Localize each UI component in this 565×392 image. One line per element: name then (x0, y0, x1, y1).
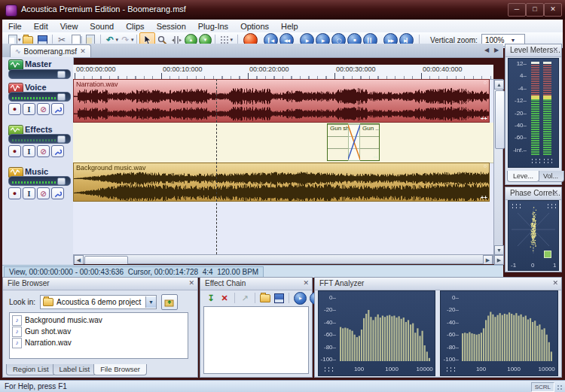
tab-close-icon[interactable]: ✕ (80, 47, 86, 55)
add-effect-button[interactable]: ↧ (205, 292, 217, 304)
clip-menu-icon[interactable]: ○ (484, 80, 487, 85)
music-record-arm-button[interactable]: ● (8, 187, 21, 199)
effects-properties-button[interactable] (51, 145, 64, 157)
drag-handle-icon[interactable] (511, 203, 521, 209)
meter-peak-indicator (543, 62, 551, 64)
save-chain-button[interactable] (273, 292, 285, 304)
browser-tab-file-browser[interactable]: File Browser (93, 364, 147, 375)
browser-tab-region-list[interactable]: Region List (6, 364, 56, 375)
clip-resize-handle[interactable]: ++ (481, 115, 487, 122)
menu-options[interactable]: Options (234, 22, 275, 31)
file-list-item[interactable]: ♪Gun shot.wav (10, 326, 188, 337)
close-icon[interactable]: ✕ (552, 46, 558, 53)
menu-plugins[interactable]: Plug-Ins (192, 22, 234, 31)
resize-grip[interactable] (557, 384, 563, 391)
fft-freq-label: 1000 (507, 366, 521, 372)
effect-chain-list[interactable] (203, 306, 309, 374)
clip-label: Narration.wav (76, 81, 118, 88)
menu-view[interactable]: View (54, 22, 84, 31)
file-list-item[interactable]: ♪Narration.wav (10, 337, 188, 348)
vertical-scroll-thumb[interactable] (495, 90, 505, 149)
view-cursor-status: View, 00:00:00:000 - 00:00:43:636 Cursor… (4, 266, 264, 278)
phase-axis-label: 1 (553, 262, 556, 269)
clip-menu-icon[interactable]: ○ (484, 163, 487, 169)
phase-axis-label: -1 (511, 262, 516, 269)
voice-record-arm-button[interactable]: ● (8, 103, 21, 115)
clip-resize-handle[interactable]: ++ (481, 194, 487, 201)
horizontal-scrollbar[interactable]: ◀ ▶ (73, 254, 493, 264)
effects-volume-slider[interactable] (8, 134, 71, 144)
new-dropdown-arrow[interactable]: ▾ (18, 37, 21, 43)
drag-handle-icon[interactable] (546, 203, 556, 209)
effects-input-monitor-button[interactable]: I (23, 145, 35, 157)
preview-play-button[interactable]: ▶ (294, 292, 307, 305)
close-icon[interactable]: ✕ (552, 189, 558, 196)
grid-dropdown-arrow[interactable]: ▾ (231, 37, 234, 43)
browser-tab-label-list[interactable]: Label List (53, 364, 97, 375)
file-list[interactable]: ♪Background music.wav♪Gun shot.wav♪Narra… (9, 312, 188, 359)
close-icon[interactable]: ✕ (188, 279, 194, 287)
look-in-label: Look in: (9, 298, 35, 306)
clip-narration[interactable]: Narration.wav ○ ++ (73, 79, 490, 123)
menu-file[interactable]: File (2, 22, 28, 31)
scroll-corner-button[interactable]: ▶ (494, 255, 504, 265)
clip-resize-handle[interactable]: •• (373, 153, 377, 160)
voice-volume-slider[interactable] (8, 92, 71, 102)
menu-clips[interactable]: Clips (120, 22, 150, 31)
playback-cursor[interactable] (216, 79, 217, 254)
scroll-left-button[interactable]: ◀ (74, 255, 84, 264)
effects-track-lane[interactable] (73, 123, 493, 163)
menu-sound[interactable]: Sound (84, 22, 120, 31)
voice-mute-button[interactable]: ⊘ (37, 103, 50, 115)
horizontal-scroll-thumb[interactable] (84, 256, 128, 264)
menu-session[interactable]: Session (151, 22, 192, 31)
close-icon[interactable]: ✕ (303, 279, 309, 287)
maximize-button[interactable]: □ (526, 3, 544, 17)
fft-db-label: -40– (442, 319, 459, 326)
meter-tab-volume[interactable]: Vol... (537, 171, 564, 182)
fft-db-label: -100– (442, 356, 459, 363)
effects-record-arm-button[interactable]: ● (8, 145, 21, 157)
master-volume-slider[interactable] (8, 69, 71, 79)
scroll-up-button[interactable]: ▲ (494, 80, 504, 90)
vertical-scrollbar[interactable]: ▲ ▼ ▶ (493, 79, 503, 264)
menu-help[interactable]: Help (275, 22, 304, 31)
up-one-level-button[interactable] (161, 294, 178, 310)
close-button[interactable]: ✕ (544, 3, 562, 17)
fft-db-label: -80– (319, 344, 336, 351)
drag-handle-icon[interactable] (542, 158, 552, 164)
close-icon[interactable]: ✕ (552, 279, 558, 287)
tab-boomerang[interactable]: ∿ Boomerang.msf ✕ (10, 44, 91, 57)
tab-scroll-left-button[interactable]: ◀ (482, 46, 491, 55)
scroll-down-button[interactable]: ▼ (494, 245, 504, 255)
arrangement-view[interactable]: 00:00:00:00000:00:10:00000:00:20:00000:0… (73, 65, 493, 264)
voice-input-monitor-button[interactable]: I (23, 103, 35, 115)
edit-effect-button[interactable]: ↗ (239, 292, 251, 304)
drag-handle-icon[interactable] (323, 366, 333, 372)
drag-handle-icon[interactable] (445, 366, 455, 372)
time-ruler[interactable]: 00:00:00:00000:00:10:00000:00:20:00000:0… (73, 65, 493, 80)
scroll-right-button[interactable]: ▶ (483, 255, 493, 264)
remove-effect-button[interactable]: ✕ (218, 292, 231, 304)
clip-background-music[interactable]: Background music.wav ○ ++ (73, 163, 490, 202)
music-mute-button[interactable]: ⊘ (37, 187, 50, 199)
crossfade-curves-icon (348, 123, 360, 161)
crossfade-region[interactable] (348, 123, 360, 161)
voice-properties-button[interactable] (51, 103, 64, 115)
load-chain-button[interactable] (259, 292, 271, 304)
phase-axis-label: 0 (531, 262, 534, 269)
redo-dropdown-arrow[interactable]: ▾ (131, 37, 134, 43)
fft-plot-right: 0–-20–-40–-60–-80–-100–100100010000 (440, 290, 558, 376)
tab-scroll-right-button[interactable]: ▶ (492, 46, 501, 55)
music-volume-slider[interactable] (8, 176, 71, 186)
menu-edit[interactable]: Edit (28, 22, 54, 31)
effects-mute-button[interactable]: ⊘ (37, 145, 50, 157)
drag-handle-icon[interactable] (530, 158, 540, 164)
look-in-select[interactable]: Acoustica 6 demo project ▼ (40, 295, 157, 309)
music-properties-button[interactable] (51, 187, 64, 199)
minimize-button[interactable]: ─ (508, 3, 526, 17)
meter-tab-levels[interactable]: Leve... (507, 171, 539, 182)
master-track-name: Master (25, 59, 51, 68)
music-input-monitor-button[interactable]: I (23, 187, 35, 199)
file-list-item[interactable]: ♪Background music.wav (10, 315, 188, 326)
